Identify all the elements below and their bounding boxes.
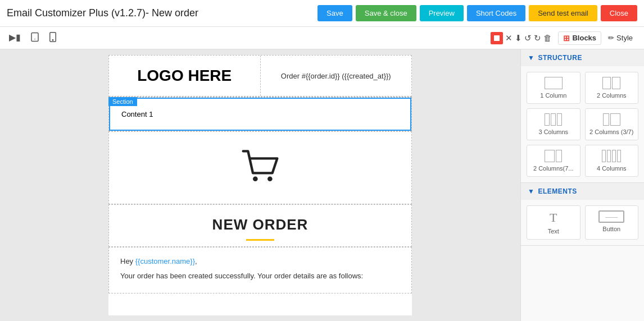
download-icon[interactable]: ⬇ [515, 33, 522, 43]
pencil-icon: ✏ [608, 34, 614, 42]
structure-chevron-icon: ▼ [528, 54, 534, 62]
structure-1col[interactable]: 1 Column [527, 72, 580, 104]
new-order-section[interactable]: NEW ORDER [108, 204, 412, 247]
structure-section-header[interactable]: ▼ STRUCTURE [521, 49, 644, 66]
trash-icon[interactable]: 🗑 [543, 33, 552, 43]
blocks-label: Blocks [572, 34, 596, 42]
order-created-text: Your order has been created successfully… [120, 270, 400, 282]
undo-icon[interactable]: ↺ [524, 33, 532, 43]
1col-icon [545, 77, 563, 89]
structure-4col[interactable]: 4 Columns [585, 145, 639, 177]
content-section-wrapper: Section Content 1 [108, 97, 412, 131]
customer-name-var: {{customer.name}} [135, 257, 195, 265]
style-label: Style [616, 34, 633, 42]
logo-text: LOGO HERE [137, 67, 232, 85]
page-title: Email Customizer Plus (v1.2.7)- New orde… [7, 7, 318, 19]
close-button[interactable]: Close [601, 5, 637, 21]
blocks-grid-icon: ⊞ [563, 34, 570, 43]
cart-icon [241, 149, 280, 187]
toolbar-device-icons: ▶▮ [7, 31, 486, 45]
structure-label: STRUCTURE [538, 54, 582, 62]
color-swatch[interactable] [491, 32, 503, 44]
svg-point-3 [52, 39, 53, 40]
toolbar-right-controls: ✕ ⬇ ↺ ↻ 🗑 ⊞ Blocks ✏ Style [491, 31, 637, 45]
73col-icon [545, 150, 562, 162]
structure-3col[interactable]: 3 Columns [527, 108, 580, 140]
svg-point-5 [253, 176, 258, 181]
elements-chevron-icon: ▼ [528, 187, 534, 195]
section-label: Section [108, 97, 137, 106]
1col-label: 1 Column [540, 92, 566, 99]
mobile-icon[interactable] [47, 31, 59, 45]
main-area: LOGO HERE Order #{{order.id}} ({{created… [0, 49, 644, 321]
4col-icon [602, 150, 621, 162]
element-text[interactable]: T Text [527, 205, 580, 240]
structure-37col[interactable]: 2 Columns (3/7) [585, 108, 639, 140]
body-content-section[interactable]: Hey {{customer.name}}, Your order has be… [108, 247, 412, 294]
send-test-button[interactable]: Send test email [529, 5, 597, 21]
logo-cell[interactable]: LOGO HERE [109, 56, 261, 96]
header: Email Customizer Plus (v1.2.7)- New orde… [0, 0, 644, 27]
3col-label: 3 Columns [538, 129, 568, 135]
structure-2col[interactable]: 2 Columns [585, 72, 639, 104]
blocks-toggle-button[interactable]: ⊞ Blocks [558, 31, 601, 45]
right-panel: ▼ STRUCTURE 1 Column 2 Colum [520, 49, 644, 321]
37col-icon [603, 113, 620, 126]
logo-order-section: LOGO HERE Order #{{order.id}} ({{created… [108, 55, 412, 97]
preview-button[interactable]: Preview [420, 5, 464, 21]
order-text: Order #{{order.id}} ({{created_at}}) [281, 72, 391, 80]
elements-grid: T Text —— Button [521, 200, 644, 245]
2col-icon [602, 77, 620, 89]
desktop-icon[interactable]: ▶▮ [7, 31, 23, 45]
toolbar: ▶▮ ✕ ⬇ ↺ ↻ 🗑 ⊞ Blocks ✏ Style [0, 27, 644, 49]
elements-label: ELEMENTS [538, 187, 577, 195]
new-order-title: NEW ORDER [120, 216, 400, 233]
text-element-label: Text [548, 228, 559, 235]
logo-row: LOGO HERE Order #{{order.id}} ({{created… [109, 56, 411, 97]
structure-section: ▼ STRUCTURE 1 Column 2 Colum [521, 49, 644, 183]
svg-rect-4 [494, 35, 500, 41]
button-element-label: Button [602, 226, 620, 232]
2col-label: 2 Columns [597, 92, 627, 99]
text-element-icon: T [550, 210, 557, 225]
logo-bold: LOGO [137, 67, 183, 84]
element-button[interactable]: —— Button [585, 205, 639, 240]
email-canvas[interactable]: LOGO HERE Order #{{order.id}} ({{created… [0, 49, 520, 321]
cross-icon[interactable]: ✕ [505, 33, 513, 43]
structure-grid: 1 Column 2 Columns [521, 66, 644, 182]
svg-rect-0 [31, 33, 38, 41]
button-element-icon: —— [598, 210, 624, 223]
structure-73col[interactable]: 2 Columns(7... [527, 145, 580, 177]
content1-text: Content 1 [121, 110, 153, 118]
logo-here: HERE [184, 67, 232, 84]
header-buttons: Save Save & close Preview Short Codes Se… [318, 5, 637, 21]
save-button[interactable]: Save [318, 5, 352, 21]
style-toggle-button[interactable]: ✏ Style [604, 32, 637, 44]
new-order-divider [246, 239, 274, 241]
svg-point-6 [267, 176, 273, 181]
elements-section-header[interactable]: ▼ ELEMENTS [521, 183, 644, 200]
redo-icon[interactable]: ↻ [534, 33, 541, 43]
svg-point-1 [34, 39, 35, 40]
73col-label: 2 Columns(7... [533, 165, 574, 172]
cart-section[interactable] [108, 131, 412, 204]
tablet-icon[interactable] [28, 31, 42, 45]
save-close-button[interactable]: Save & close [356, 5, 416, 21]
elements-section: ▼ ELEMENTS T Text —— Button [521, 183, 644, 246]
short-codes-button[interactable]: Short Codes [467, 5, 525, 21]
3col-icon [545, 113, 562, 126]
4col-label: 4 Columns [597, 165, 627, 172]
greeting-text: Hey {{customer.name}}, [120, 256, 400, 267]
email-body: LOGO HERE Order #{{order.id}} ({{created… [108, 55, 412, 315]
37col-label: 2 Columns (3/7) [589, 129, 633, 135]
content1-section[interactable]: Content 1 [109, 98, 411, 131]
order-cell[interactable]: Order #{{order.id}} ({{created_at}}) [261, 56, 412, 96]
